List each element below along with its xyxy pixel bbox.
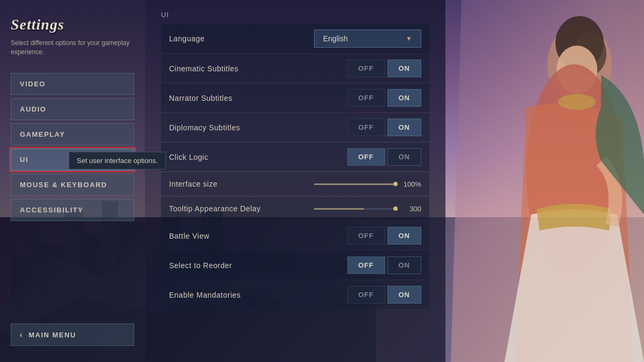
setting-row-diplomacy-subtitles: Diplomacy Subtitles OFF ON (161, 113, 429, 142)
setting-row-cinematic-subtitles: Cinematic Subtitles OFF ON (161, 54, 429, 83)
language-dropdown[interactable]: English ▼ (314, 29, 421, 48)
main-content: UI Language English ▼ Cinematic Subtitle… (145, 0, 445, 362)
interface-size-slider: 100% (314, 180, 421, 188)
sidebar-item-mouse-keyboard[interactable]: MOUSE & KEYBOARD (11, 174, 134, 196)
language-value: English (323, 34, 348, 43)
setting-row-tooltip-delay: Tooltip Appearance Delay 300 (161, 197, 429, 220)
enable-mandatories-off[interactable]: OFF (347, 286, 385, 304)
interface-size-fill (314, 183, 397, 185)
narrator-subtitles-toggle: OFF ON (347, 89, 422, 107)
tooltip-delay-fill (314, 208, 364, 210)
nav-buttons: VIDEO AUDIO GAMEPLAY UI MOUSE & KEYBOARD… (11, 73, 134, 313)
cinematic-subtitles-off[interactable]: OFF (347, 60, 385, 77)
setting-row-language: Language English ▼ (161, 24, 429, 53)
sidebar-item-ui[interactable]: UI (11, 149, 134, 171)
setting-row-narrator-subtitles: Narrator Subtitles OFF ON (161, 84, 429, 112)
dropdown-arrow-icon: ▼ (406, 35, 412, 42)
page-title: Settings (11, 16, 134, 33)
language-dropdown-control: English ▼ (314, 29, 421, 48)
interface-size-thumb[interactable] (393, 182, 398, 186)
select-reorder-toggle: OFF ON (347, 256, 422, 274)
diplomacy-subtitles-off[interactable]: OFF (347, 119, 385, 136)
setting-name-click-logic: Click Logic (169, 153, 347, 161)
interface-size-value: 100% (402, 180, 421, 188)
tooltip-delay-thumb[interactable] (393, 206, 398, 211)
narrator-subtitles-on[interactable]: ON (387, 89, 422, 107)
section-label: UI (161, 11, 429, 19)
setting-name-diplomacy-subtitles: Diplomacy Subtitles (169, 123, 347, 132)
setting-name-enable-mandatories: Enable Mandatories (169, 291, 347, 299)
narrator-subtitles-off[interactable]: OFF (347, 89, 385, 107)
diplomacy-subtitles-toggle: OFF ON (347, 119, 422, 136)
setting-row-select-reorder: Select to Reorder OFF ON (161, 251, 429, 279)
setting-name-cinematic-subtitles: Cinematic Subtitles (169, 64, 347, 73)
enable-mandatories-on[interactable]: ON (387, 286, 422, 304)
click-logic-off[interactable]: OFF (347, 148, 385, 166)
setting-name-interface-size: Interface size (169, 180, 314, 188)
tooltip-delay-value: 300 (402, 205, 421, 213)
battle-view-off[interactable]: OFF (347, 227, 385, 245)
sidebar: Settings Select different options for yo… (0, 0, 145, 362)
select-reorder-off[interactable]: OFF (347, 256, 385, 274)
character-area (445, 0, 644, 362)
setting-row-click-logic: Click Logic OFF ON (161, 143, 429, 171)
enable-mandatories-toggle: OFF ON (347, 286, 422, 304)
battle-view-on[interactable]: ON (387, 227, 422, 245)
select-reorder-on[interactable]: ON (387, 256, 422, 274)
sidebar-item-accessibility[interactable]: ACCESSIBILITY (11, 199, 134, 221)
diplomacy-subtitles-on[interactable]: ON (387, 119, 422, 136)
main-menu-label: MAIN MENU (28, 331, 76, 339)
main-menu-button[interactable]: ‹ MAIN MENU (11, 323, 134, 346)
back-arrow-icon: ‹ (20, 330, 23, 339)
setting-name-select-reorder: Select to Reorder (169, 261, 347, 270)
setting-name-tooltip-delay: Tooltip Appearance Delay (169, 204, 314, 213)
setting-row-battle-view: Battle View OFF ON (161, 221, 429, 250)
sidebar-item-video[interactable]: VIDEO (11, 73, 134, 95)
setting-name-language: Language (169, 34, 314, 43)
setting-row-interface-size: Interface size 100% (161, 172, 429, 196)
tooltip-delay-track (314, 208, 397, 210)
interface-size-track (314, 183, 397, 185)
cinematic-subtitles-on[interactable]: ON (387, 60, 422, 77)
click-logic-on[interactable]: ON (387, 148, 422, 166)
setting-name-battle-view: Battle View (169, 232, 347, 240)
cinematic-subtitles-toggle: OFF ON (347, 60, 422, 77)
page-subtitle: Select different options for your gamepl… (11, 39, 134, 57)
settings-list: Language English ▼ Cinematic Subtitles O… (161, 24, 429, 309)
setting-row-enable-mandatories: Enable Mandatories OFF ON (161, 280, 429, 309)
setting-name-narrator-subtitles: Narrator Subtitles (169, 94, 347, 102)
tooltip-delay-slider: 300 (314, 205, 421, 213)
sidebar-item-gameplay[interactable]: GAMEPLAY (11, 123, 134, 145)
click-logic-toggle: OFF ON (347, 148, 422, 166)
battle-view-toggle: OFF ON (347, 227, 422, 245)
sidebar-item-audio[interactable]: AUDIO (11, 98, 134, 120)
